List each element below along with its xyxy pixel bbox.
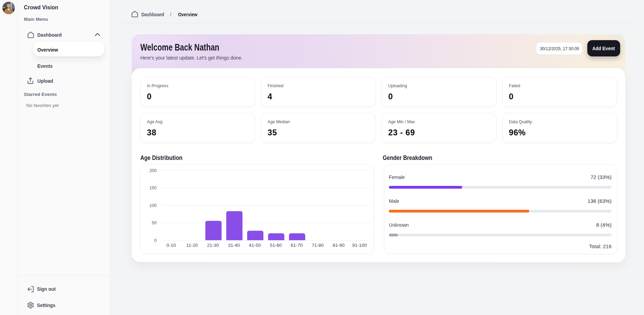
svg-text:81-90: 81-90 — [333, 243, 345, 248]
svg-text:41-50: 41-50 — [249, 243, 261, 248]
svg-text:11-20: 11-20 — [186, 243, 198, 248]
svg-text:50: 50 — [152, 220, 157, 225]
svg-text:61-70: 61-70 — [291, 243, 303, 248]
svg-text:0-10: 0-10 — [166, 243, 176, 248]
svg-text:150: 150 — [149, 186, 157, 190]
svg-text:100: 100 — [149, 203, 157, 208]
svg-text:21-30: 21-30 — [207, 243, 219, 248]
svg-text:71-80: 71-80 — [312, 243, 324, 248]
svg-text:31-40: 31-40 — [228, 243, 240, 248]
svg-text:200: 200 — [149, 168, 157, 173]
svg-text:51-60: 51-60 — [270, 243, 282, 248]
svg-text:91-100: 91-100 — [352, 243, 367, 248]
svg-text:0: 0 — [154, 238, 157, 243]
